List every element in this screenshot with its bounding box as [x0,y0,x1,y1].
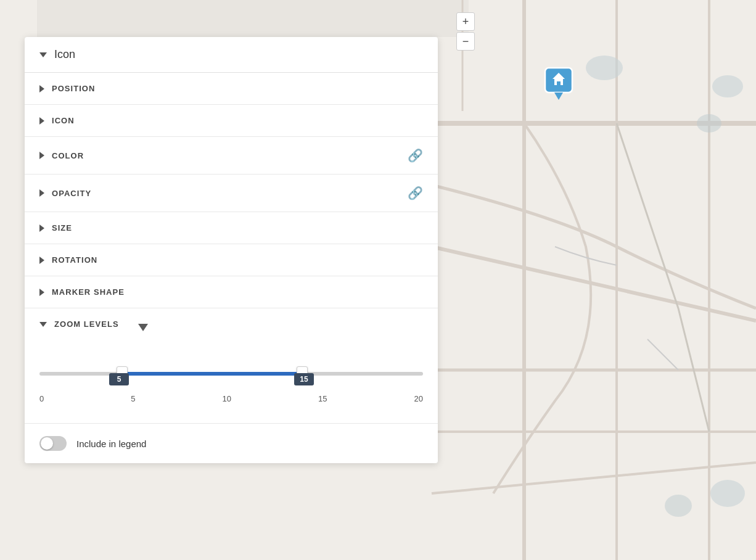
marker-shape-chevron-icon [39,289,44,296]
zoom-out-button[interactable]: − [456,32,475,51]
zoom-levels-header[interactable]: ZOOM LEVELS [39,319,423,329]
icon-chevron-icon [39,117,44,125]
position-label: POSITION [52,84,95,93]
section-opacity[interactable]: OPACITY 🔗 [25,175,438,212]
section-zoom-levels: ZOOM LEVELS 5 15 0 5 [25,308,438,424]
slider-handle-max[interactable]: 15 [297,366,308,381]
opacity-label: OPACITY [52,189,91,198]
section-rotation[interactable]: ROTATION [25,244,438,276]
zoom-levels-label: ZOOM LEVELS [54,319,119,329]
zoom-slider-container: 5 15 0 5 10 15 20 [39,341,423,403]
tick-20: 20 [414,394,423,403]
svg-point-14 [665,495,692,517]
svg-point-12 [697,114,721,133]
legend-label: Include in legend [76,439,146,449]
map-marker[interactable] [544,67,573,105]
section-opacity-left: OPACITY [39,189,91,198]
slider-pointer-icon [138,324,148,331]
section-opacity-right: 🔗 [408,186,423,200]
slider-fill [122,372,302,376]
section-size[interactable]: SIZE [25,212,438,244]
marker-shape-label: MARKER SHAPE [52,287,125,297]
section-rotation-left: ROTATION [39,255,97,265]
opacity-link-icon[interactable]: 🔗 [408,186,423,200]
section-color-left: COLOR [39,151,84,160]
tick-10: 10 [223,394,231,403]
tick-15: 15 [318,394,327,403]
section-icon-left: ICON [39,116,75,125]
section-size-left: SIZE [39,223,72,233]
panel-title: Icon [54,48,75,61]
icon-label: ICON [52,116,75,125]
slider-min-value: 5 [109,373,129,385]
color-link-icon[interactable]: 🔗 [408,148,423,163]
size-label: SIZE [52,223,72,233]
toggle-track [39,436,67,451]
zoom-levels-chevron-icon [39,322,47,327]
svg-rect-1 [37,0,469,37]
legend-row: Include in legend [25,424,438,463]
slider-max-value: 15 [294,373,314,385]
svg-point-13 [710,480,745,507]
svg-marker-17 [554,93,563,100]
slider-ticks: 0 5 10 15 20 [39,394,423,403]
zoom-in-button[interactable]: + [456,12,475,31]
tick-5: 5 [131,394,135,403]
section-marker-shape-left: MARKER SHAPE [39,287,125,297]
section-color-right: 🔗 [408,148,423,163]
legend-toggle[interactable] [39,436,67,451]
toggle-thumb [41,437,53,450]
slider-track: 5 15 [39,372,423,376]
panel-collapse-icon [39,52,47,57]
side-panel: Icon POSITION ICON COLOR 🔗 OPACITY 🔗 [25,37,438,463]
zoom-controls: + − [456,12,475,51]
tick-0: 0 [39,394,44,403]
size-chevron-icon [39,224,44,232]
color-chevron-icon [39,152,44,159]
rotation-label: ROTATION [52,255,97,265]
panel-header[interactable]: Icon [25,37,438,73]
rotation-chevron-icon [39,257,44,264]
section-position[interactable]: POSITION [25,73,438,105]
opacity-chevron-icon [39,189,44,197]
color-label: COLOR [52,151,84,160]
svg-rect-20 [557,81,561,85]
position-chevron-icon [39,85,44,93]
section-color[interactable]: COLOR 🔗 [25,137,438,175]
svg-point-11 [712,75,743,97]
section-marker-shape[interactable]: MARKER SHAPE [25,276,438,308]
section-icon[interactable]: ICON [25,105,438,137]
svg-point-10 [586,56,623,80]
section-position-left: POSITION [39,84,95,93]
slider-pointer-area [39,341,423,353]
slider-handle-min[interactable]: 5 [117,366,128,381]
